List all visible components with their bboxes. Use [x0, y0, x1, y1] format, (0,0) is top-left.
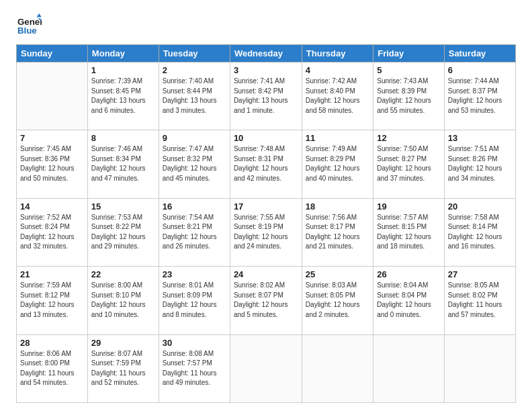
day-info: Sunrise: 7:41 AM Sunset: 8:42 PM Dayligh… — [234, 77, 298, 116]
weekday-header-friday: Friday — [373, 45, 445, 62]
weekday-header-thursday: Thursday — [302, 45, 373, 62]
day-info: Sunrise: 7:59 AM Sunset: 8:12 PM Dayligh… — [20, 281, 84, 320]
calendar-cell: 30Sunrise: 8:08 AM Sunset: 7:57 PM Dayli… — [159, 334, 230, 402]
day-number: 7 — [20, 133, 84, 143]
day-number: 25 — [306, 269, 369, 279]
weekday-header-tuesday: Tuesday — [159, 45, 230, 62]
day-info: Sunrise: 8:04 AM Sunset: 8:04 PM Dayligh… — [377, 281, 441, 320]
calendar-cell — [444, 334, 515, 402]
day-info: Sunrise: 7:43 AM Sunset: 8:39 PM Dayligh… — [377, 77, 441, 116]
calendar-cell: 25Sunrise: 8:03 AM Sunset: 8:05 PM Dayli… — [302, 267, 373, 334]
day-number: 30 — [163, 338, 226, 348]
day-info: Sunrise: 7:55 AM Sunset: 8:19 PM Dayligh… — [234, 213, 298, 252]
day-info: Sunrise: 7:47 AM Sunset: 8:32 PM Dayligh… — [163, 144, 226, 183]
calendar-cell: 13Sunrise: 7:51 AM Sunset: 8:26 PM Dayli… — [444, 130, 515, 198]
day-number: 27 — [448, 269, 512, 279]
calendar-cell: 24Sunrise: 8:02 AM Sunset: 8:07 PM Dayli… — [230, 267, 302, 334]
day-number: 12 — [377, 133, 441, 143]
week-row-4: 28Sunrise: 8:06 AM Sunset: 8:00 PM Dayli… — [17, 334, 516, 402]
weekday-header-wednesday: Wednesday — [230, 45, 302, 62]
day-info: Sunrise: 8:07 AM Sunset: 7:59 PM Dayligh… — [91, 349, 155, 388]
calendar-cell: 15Sunrise: 7:53 AM Sunset: 8:22 PM Dayli… — [87, 198, 159, 266]
day-number: 26 — [377, 269, 441, 279]
calendar-cell: 29Sunrise: 8:07 AM Sunset: 7:59 PM Dayli… — [87, 334, 159, 402]
day-number: 10 — [234, 133, 298, 143]
calendar-cell: 26Sunrise: 8:04 AM Sunset: 8:04 PM Dayli… — [373, 267, 445, 334]
day-info: Sunrise: 7:46 AM Sunset: 8:34 PM Dayligh… — [91, 144, 155, 183]
calendar-cell: 6Sunrise: 7:44 AM Sunset: 8:37 PM Daylig… — [444, 62, 515, 130]
day-info: Sunrise: 7:49 AM Sunset: 8:29 PM Dayligh… — [306, 144, 369, 183]
day-number: 1 — [91, 65, 155, 75]
day-number: 22 — [91, 269, 155, 279]
day-number: 4 — [306, 65, 369, 75]
svg-text:Blue: Blue — [17, 26, 37, 36]
day-info: Sunrise: 8:03 AM Sunset: 8:05 PM Dayligh… — [306, 281, 369, 320]
calendar-cell — [230, 334, 302, 402]
day-number: 23 — [163, 269, 226, 279]
day-info: Sunrise: 8:01 AM Sunset: 8:09 PM Dayligh… — [163, 281, 226, 320]
calendar-cell: 27Sunrise: 8:05 AM Sunset: 8:02 PM Dayli… — [444, 267, 515, 334]
day-info: Sunrise: 7:53 AM Sunset: 8:22 PM Dayligh… — [91, 213, 155, 252]
svg-marker-2 — [36, 13, 42, 17]
day-info: Sunrise: 7:51 AM Sunset: 8:26 PM Dayligh… — [448, 144, 512, 183]
weekday-header-monday: Monday — [87, 45, 159, 62]
day-number: 3 — [234, 65, 298, 75]
calendar-cell: 23Sunrise: 8:01 AM Sunset: 8:09 PM Dayli… — [159, 267, 230, 334]
calendar-table: SundayMondayTuesdayWednesdayThursdayFrid… — [16, 44, 516, 403]
calendar-cell: 5Sunrise: 7:43 AM Sunset: 8:39 PM Daylig… — [373, 62, 445, 130]
logo-icon: General Blue — [16, 12, 42, 38]
calendar-cell — [373, 334, 445, 402]
day-info: Sunrise: 7:45 AM Sunset: 8:36 PM Dayligh… — [20, 144, 84, 183]
day-info: Sunrise: 7:44 AM Sunset: 8:37 PM Dayligh… — [448, 77, 512, 116]
day-info: Sunrise: 7:54 AM Sunset: 8:21 PM Dayligh… — [163, 213, 226, 252]
calendar-cell: 7Sunrise: 7:45 AM Sunset: 8:36 PM Daylig… — [17, 130, 88, 198]
day-number: 16 — [163, 201, 226, 212]
week-row-0: 1Sunrise: 7:39 AM Sunset: 8:45 PM Daylig… — [17, 62, 516, 130]
calendar-cell: 8Sunrise: 7:46 AM Sunset: 8:34 PM Daylig… — [87, 130, 159, 198]
calendar-cell: 16Sunrise: 7:54 AM Sunset: 8:21 PM Dayli… — [159, 198, 230, 266]
calendar-cell: 9Sunrise: 7:47 AM Sunset: 8:32 PM Daylig… — [159, 130, 230, 198]
calendar-cell: 17Sunrise: 7:55 AM Sunset: 8:19 PM Dayli… — [230, 198, 302, 266]
day-number: 5 — [377, 65, 441, 75]
day-number: 8 — [91, 133, 155, 143]
day-number: 28 — [20, 338, 84, 348]
calendar-cell: 12Sunrise: 7:50 AM Sunset: 8:27 PM Dayli… — [373, 130, 445, 198]
weekday-header-sunday: Sunday — [17, 45, 88, 62]
calendar-cell: 28Sunrise: 8:06 AM Sunset: 8:00 PM Dayli… — [17, 334, 88, 402]
day-info: Sunrise: 7:57 AM Sunset: 8:15 PM Dayligh… — [377, 213, 441, 252]
day-info: Sunrise: 8:02 AM Sunset: 8:07 PM Dayligh… — [234, 281, 298, 320]
week-row-1: 7Sunrise: 7:45 AM Sunset: 8:36 PM Daylig… — [17, 130, 516, 198]
day-number: 17 — [234, 201, 298, 212]
header: General Blue — [16, 12, 516, 38]
calendar-cell: 21Sunrise: 7:59 AM Sunset: 8:12 PM Dayli… — [17, 267, 88, 334]
calendar-cell: 20Sunrise: 7:58 AM Sunset: 8:14 PM Dayli… — [444, 198, 515, 266]
day-info: Sunrise: 7:42 AM Sunset: 8:40 PM Dayligh… — [306, 77, 369, 116]
calendar-cell: 4Sunrise: 7:42 AM Sunset: 8:40 PM Daylig… — [302, 62, 373, 130]
day-number: 2 — [163, 65, 226, 75]
day-number: 24 — [234, 269, 298, 279]
calendar-cell: 1Sunrise: 7:39 AM Sunset: 8:45 PM Daylig… — [87, 62, 159, 130]
day-info: Sunrise: 7:56 AM Sunset: 8:17 PM Dayligh… — [306, 213, 369, 252]
day-number: 19 — [377, 201, 441, 212]
day-number: 11 — [306, 133, 369, 143]
calendar-cell: 22Sunrise: 8:00 AM Sunset: 8:10 PM Dayli… — [87, 267, 159, 334]
calendar-cell: 18Sunrise: 7:56 AM Sunset: 8:17 PM Dayli… — [302, 198, 373, 266]
day-info: Sunrise: 8:08 AM Sunset: 7:57 PM Dayligh… — [163, 349, 226, 388]
day-info: Sunrise: 8:05 AM Sunset: 8:02 PM Dayligh… — [448, 281, 512, 320]
page: General Blue SundayMondayTuesdayWednesda… — [0, 0, 532, 411]
logo: General Blue — [16, 12, 46, 38]
calendar-cell: 19Sunrise: 7:57 AM Sunset: 8:15 PM Dayli… — [373, 198, 445, 266]
day-number: 18 — [306, 201, 369, 212]
day-number: 21 — [20, 269, 84, 279]
day-info: Sunrise: 7:50 AM Sunset: 8:27 PM Dayligh… — [377, 144, 441, 183]
calendar-cell: 10Sunrise: 7:48 AM Sunset: 8:31 PM Dayli… — [230, 130, 302, 198]
day-number: 6 — [448, 65, 512, 75]
day-info: Sunrise: 7:39 AM Sunset: 8:45 PM Dayligh… — [91, 77, 155, 116]
day-info: Sunrise: 7:52 AM Sunset: 8:24 PM Dayligh… — [20, 213, 84, 252]
day-number: 15 — [91, 201, 155, 212]
day-number: 29 — [91, 338, 155, 348]
day-info: Sunrise: 7:58 AM Sunset: 8:14 PM Dayligh… — [448, 213, 512, 252]
day-info: Sunrise: 8:06 AM Sunset: 8:00 PM Dayligh… — [20, 349, 84, 388]
week-row-2: 14Sunrise: 7:52 AM Sunset: 8:24 PM Dayli… — [17, 198, 516, 266]
day-info: Sunrise: 7:48 AM Sunset: 8:31 PM Dayligh… — [234, 144, 298, 183]
